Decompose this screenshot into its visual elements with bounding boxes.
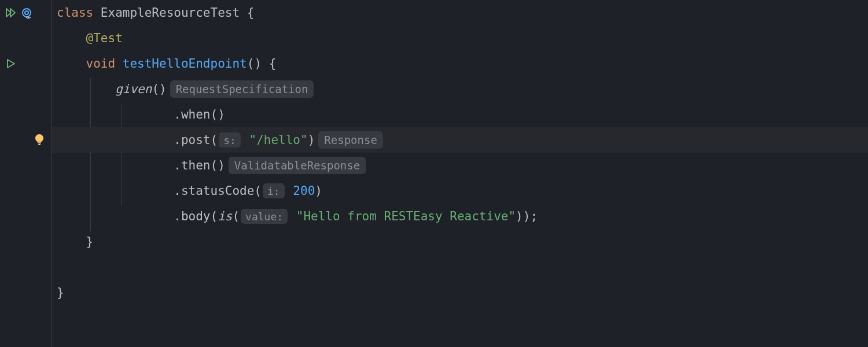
inlay-hint-type[interactable]: Response xyxy=(318,131,383,149)
paren-close: ) xyxy=(308,133,315,147)
annotation-test: @Test xyxy=(86,31,123,45)
inlay-hint-param[interactable]: i: xyxy=(263,183,285,198)
code-line[interactable]: } xyxy=(52,280,868,305)
call-is: is xyxy=(218,209,232,223)
keyword-class: class xyxy=(57,6,93,20)
run-class-icon[interactable] xyxy=(6,8,17,18)
call-when: .when() xyxy=(174,108,225,121)
call-given: given xyxy=(115,82,152,96)
code-line[interactable] xyxy=(52,254,868,280)
code-line[interactable]: given()RequestSpecification xyxy=(52,76,868,102)
brace-close: } xyxy=(86,235,94,249)
code-line[interactable]: class ExampleResourceTest { xyxy=(52,0,868,25)
call-statuscode: .statusCode( xyxy=(174,184,262,198)
code-editor[interactable]: class ExampleResourceTest { @Test void t… xyxy=(0,0,868,347)
inlay-hint-type[interactable]: ValidatableResponse xyxy=(229,157,366,174)
parens: () xyxy=(152,82,166,96)
keyword-void: void xyxy=(86,57,116,71)
code-line[interactable]: .then()ValidatableResponse xyxy=(52,153,868,178)
method-sig: () { xyxy=(247,57,277,71)
code-line[interactable]: .when() xyxy=(52,102,868,127)
code-line[interactable]: } xyxy=(52,229,868,254)
call-post: .post( xyxy=(174,133,218,147)
inlay-hint-param[interactable]: s: xyxy=(219,132,241,147)
call-body: .body( xyxy=(174,209,218,223)
paren-open: ( xyxy=(232,209,240,223)
svg-point-0 xyxy=(23,9,31,17)
svg-point-1 xyxy=(25,11,28,14)
brace-close: } xyxy=(57,286,64,300)
paren-close: )); xyxy=(516,209,538,223)
gutter-row xyxy=(0,51,52,76)
code-line[interactable]: .body(is(value: "Hello from RESTEasy Rea… xyxy=(52,204,868,229)
string-literal: "/hello" xyxy=(249,133,308,147)
method-name: testHelloEndpoint xyxy=(115,57,247,71)
code-line-current[interactable]: .post(s: "/hello")Response xyxy=(52,127,868,153)
string-literal: "Hello from RESTEasy Reactive" xyxy=(296,209,516,223)
gutter-row xyxy=(0,0,52,25)
call-then: .then() xyxy=(174,158,225,172)
number-literal: 200 xyxy=(286,184,315,198)
svg-rect-2 xyxy=(38,142,41,143)
code-area[interactable]: class ExampleResourceTest { @Test void t… xyxy=(52,0,868,347)
gutter-row xyxy=(0,127,52,153)
run-method-icon[interactable] xyxy=(6,58,16,69)
class-name: ExampleResourceTest xyxy=(93,6,247,20)
target-icon[interactable] xyxy=(21,7,32,19)
brace-open: { xyxy=(247,6,255,20)
code-line[interactable]: void testHelloEndpoint() { xyxy=(52,51,868,76)
code-line[interactable]: .statusCode(i: 200) xyxy=(52,178,868,204)
svg-rect-3 xyxy=(38,144,41,145)
inlay-hint-param[interactable]: value: xyxy=(241,209,288,224)
intention-bulb-icon[interactable] xyxy=(34,134,45,146)
inlay-hint-type[interactable]: RequestSpecification xyxy=(170,80,314,98)
paren-close: ) xyxy=(315,184,322,198)
code-line[interactable]: @Test xyxy=(52,25,868,51)
gutter xyxy=(0,0,52,347)
